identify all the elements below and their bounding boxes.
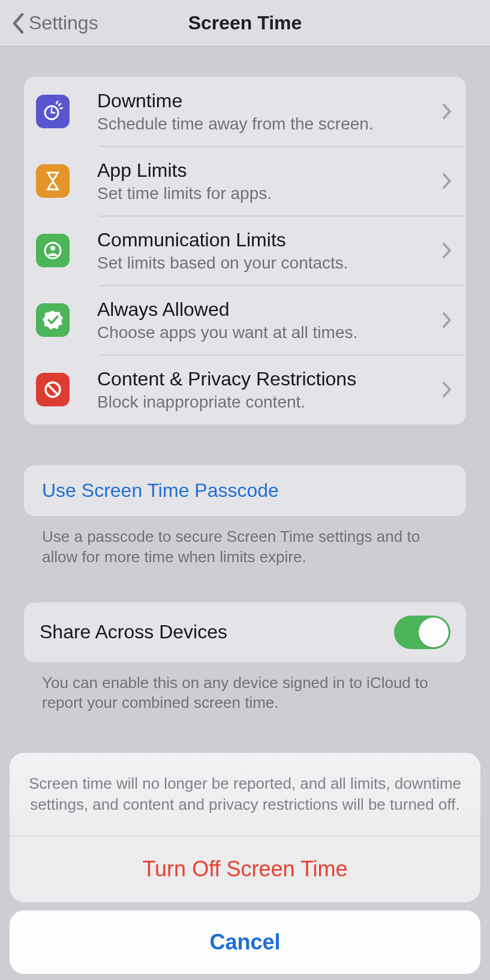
no-sign-icon xyxy=(36,373,70,406)
chevron-right-icon xyxy=(442,381,452,398)
downtime-row[interactable]: Downtime Schedule time away from the scr… xyxy=(24,77,466,146)
share-devices-label: Share Across Devices xyxy=(40,621,227,643)
share-devices-row: Share Across Devices xyxy=(24,602,466,662)
row-text: App Limits Set time limits for apps. xyxy=(97,159,436,203)
row-text: Communication Limits Set limits based on… xyxy=(97,229,436,273)
checkmark-seal-icon xyxy=(36,303,70,337)
row-title: Content & Privacy Restrictions xyxy=(97,368,436,390)
always-allowed-row[interactable]: Always Allowed Choose apps you want at a… xyxy=(24,285,466,355)
use-passcode-button[interactable]: Use Screen Time Passcode xyxy=(24,465,466,516)
use-passcode-label: Use Screen Time Passcode xyxy=(42,480,279,501)
communication-limits-row[interactable]: Communication Limits Set limits based on… xyxy=(24,216,466,285)
row-text: Content & Privacy Restrictions Block ina… xyxy=(97,368,436,412)
chevron-right-icon xyxy=(442,312,452,328)
share-devices-footer: You can enable this on any device signed… xyxy=(24,662,466,714)
turn-off-screen-time-button[interactable]: Turn Off Screen Time xyxy=(10,836,480,902)
svg-point-7 xyxy=(50,246,55,251)
row-title: Communication Limits xyxy=(97,229,436,251)
action-sheet: Screen time will no longer be reported, … xyxy=(10,753,480,974)
row-subtitle: Choose apps you want at all times. xyxy=(97,323,436,342)
row-title: App Limits xyxy=(97,159,436,182)
share-devices-toggle[interactable] xyxy=(394,616,450,649)
svg-line-9 xyxy=(47,384,58,395)
svg-line-4 xyxy=(60,108,62,108)
back-label: Settings xyxy=(29,12,98,34)
chevron-right-icon xyxy=(442,173,452,189)
chevron-right-icon xyxy=(442,242,452,259)
app-limits-row[interactable]: App Limits Set time limits for apps. xyxy=(24,146,466,216)
chevron-right-icon xyxy=(442,103,452,120)
chevron-left-icon xyxy=(12,13,24,34)
passcode-footer: Use a passcode to secure Screen Time set… xyxy=(24,516,466,568)
content-privacy-row[interactable]: Content & Privacy Restrictions Block ina… xyxy=(24,355,466,424)
svg-line-5 xyxy=(56,101,58,104)
cancel-button[interactable]: Cancel xyxy=(10,910,480,974)
row-subtitle: Set time limits for apps. xyxy=(97,184,436,203)
row-title: Always Allowed xyxy=(97,298,436,321)
row-text: Always Allowed Choose apps you want at a… xyxy=(97,298,436,342)
screen-time-options-group: Downtime Schedule time away from the scr… xyxy=(24,77,466,424)
back-button[interactable]: Settings xyxy=(12,12,98,34)
row-subtitle: Schedule time away from the screen. xyxy=(97,114,436,134)
hourglass-icon xyxy=(36,164,70,198)
row-subtitle: Set limits based on your contacts. xyxy=(97,254,436,273)
sheet-message: Screen time will no longer be reported, … xyxy=(10,753,480,836)
nav-bar: Settings Screen Time xyxy=(0,0,490,47)
downtime-icon xyxy=(36,95,70,128)
person-icon xyxy=(36,234,70,267)
svg-line-3 xyxy=(59,104,61,105)
row-text: Downtime Schedule time away from the scr… xyxy=(97,90,436,134)
row-subtitle: Block inappropriate content. xyxy=(97,393,436,412)
row-title: Downtime xyxy=(97,90,436,112)
